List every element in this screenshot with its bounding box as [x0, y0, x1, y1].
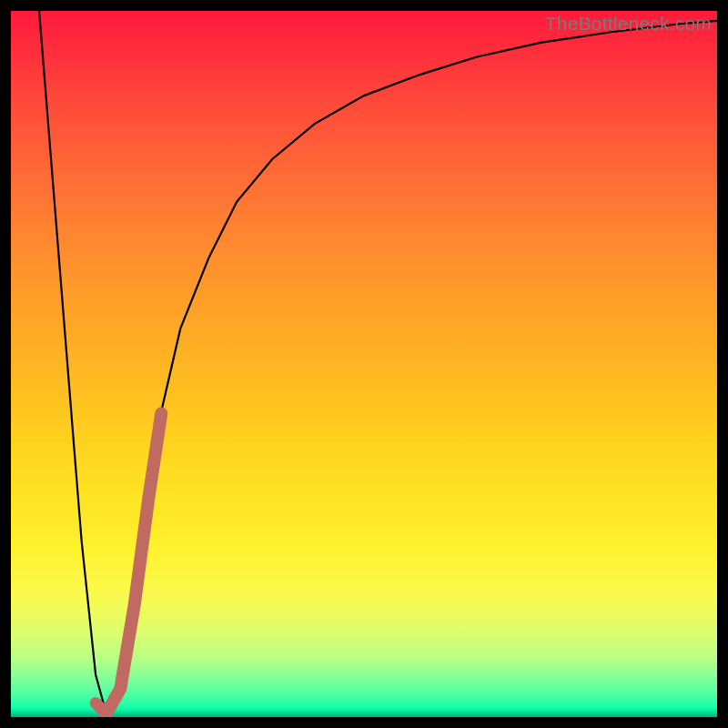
- plot-area: TheBottleneck.com: [11, 11, 717, 717]
- chart-svg: [11, 11, 717, 717]
- bottleneck-curve-line: [39, 11, 717, 713]
- watermark-text: TheBottleneck.com: [545, 13, 712, 35]
- highlight-segment-rise: [106, 413, 162, 713]
